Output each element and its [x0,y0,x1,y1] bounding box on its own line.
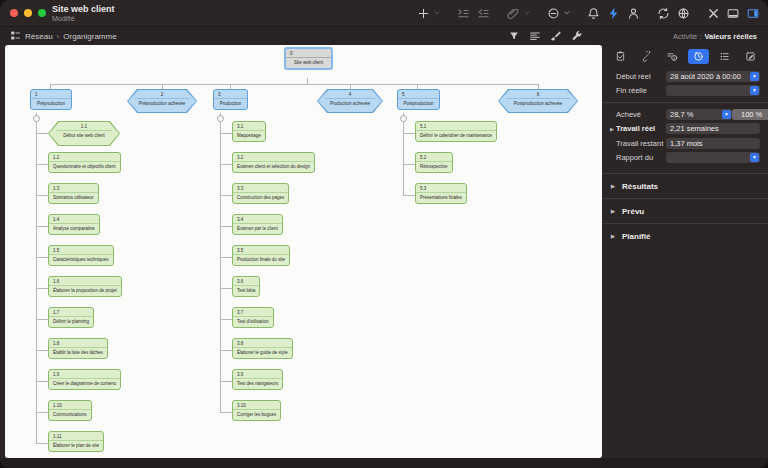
remaining-work-field[interactable]: 1,37 mois [666,138,760,149]
collapse-toggle[interactable] [400,115,407,122]
tab-columns[interactable] [714,49,735,64]
panel-right-icon[interactable] [744,4,762,22]
node-label: Site web client [286,58,331,68]
collapse-toggle[interactable] [33,115,40,122]
brush-icon[interactable] [550,28,562,46]
task-node[interactable]: 1.7 Définir le planning [48,307,94,328]
bell-icon[interactable] [584,4,602,22]
task-node[interactable]: 1.2 Questionnaire et objectifs client [48,152,121,173]
globe-icon[interactable] [674,4,692,22]
task-node[interactable]: 5.3 Présentations finales [415,183,467,204]
tools-icon[interactable] [704,4,722,22]
task-node[interactable]: 3.4 Examen par le client [232,214,283,235]
dropdown-button[interactable]: ▾ [750,72,759,81]
group-node[interactable]: 3 Production [213,89,248,110]
task-node[interactable]: 3.8 Élaborer le guide de style [232,338,293,359]
sync-icon[interactable] [654,4,672,22]
tab-actual-values[interactable] [688,49,709,64]
field-value: 28,7 % [670,110,693,119]
dropdown-button[interactable]: ▾ [750,86,759,95]
group-node[interactable]: 5 Postproduction [397,89,440,110]
add-icon[interactable] [414,4,432,22]
close-window-button[interactable] [10,9,18,17]
wrench-icon[interactable] [571,28,583,46]
chevron-down-icon[interactable] [562,4,572,22]
completed-field[interactable]: 28,7 %▾ [666,109,732,120]
task-node[interactable]: 3.6 Test bêta [232,276,260,297]
connector [36,381,48,382]
node-number: 4 [325,89,375,99]
panel-bottom-icon[interactable] [724,4,742,22]
minimize-window-button[interactable] [24,9,32,17]
disclosure-triangle[interactable]: ▶ [611,233,617,239]
task-node[interactable]: 1.10 Communications [48,400,92,421]
bolt-icon[interactable] [604,4,622,22]
tab-general[interactable] [610,49,631,64]
outdent-icon[interactable] [474,4,492,22]
task-node[interactable]: 1.4 Analyse comparative [48,214,100,235]
task-node[interactable]: 5.1 Définir le calendrier de maintenance [415,121,497,142]
node-label: Test bêta [233,286,259,296]
remove-circle-icon[interactable] [544,4,562,22]
field-row-completed: Achevé 28,7 %▾ 100 % [602,107,768,122]
node-number: 5 [398,90,439,99]
actual-work-field[interactable]: 2,21 semaines [666,123,760,134]
chevron-down-icon[interactable] [432,4,442,22]
project-root-node[interactable]: 0 Site web client [284,47,333,70]
tab-information[interactable] [662,49,683,64]
task-node[interactable]: 3.5 Production finale du site [232,245,290,266]
task-node[interactable]: 3.10 Corriger les bogues [232,400,281,421]
milestone-node[interactable]: 1.1 Début site web client [48,121,120,146]
connector [36,412,48,413]
milestone-node[interactable]: 2 Préproduction achevée [127,89,197,113]
breadcrumb-page[interactable]: Organigramme [63,32,116,41]
milestone-node[interactable]: 4 Production achevée [317,89,383,113]
actual-end-field[interactable]: ▾ [666,85,760,96]
actual-start-field[interactable]: 28 août 2020 à 00:00▾ [666,71,760,82]
tab-links[interactable] [636,49,657,64]
task-node[interactable]: 1.8 Établir la liste des tâches [48,338,108,359]
group-node[interactable]: 1 Préproduction [30,89,72,110]
task-node[interactable]: 5.2 Rétrospective [415,152,453,173]
disclosure-triangle[interactable]: ▶ [611,208,617,214]
node-number: 3.10 [233,401,280,410]
task-node[interactable]: 3.9 Test des navigateurs [232,369,283,390]
person-icon[interactable] [624,4,642,22]
section-scheduled[interactable]: ▶ Planifié [602,228,768,244]
task-node[interactable]: 3.7 Test d'utilisation [232,307,274,328]
section-results[interactable]: ▶ Résultats [602,178,768,194]
milestone-node[interactable]: 6 Postproduction achevée [498,89,578,113]
task-node[interactable]: 3.1 Maquettage [232,121,266,142]
org-chart-canvas[interactable]: 0 Site web client 1 Préproduction 2 Prép… [5,45,602,458]
indent-icon[interactable] [454,4,472,22]
node-label: Préproduction [31,99,71,109]
window-title: Site web client [52,4,115,14]
task-node[interactable]: 3.2 Examen client et sélection du design [232,152,315,173]
field-row-actual-work: ▶ Travail réel 2,21 semaines [602,122,768,137]
disclosure-triangle[interactable]: ▶ [611,183,617,189]
dropdown-button[interactable]: ▾ [722,110,731,119]
title-bar: Site web client Modifié [0,0,768,26]
task-node[interactable]: 1.3 Scénarios utilisateur [48,183,99,204]
filter-icon[interactable] [508,28,520,46]
tab-edit[interactable] [740,49,761,64]
task-node[interactable]: 1.5 Caractéristiques techniques [48,245,114,266]
style-lines-icon[interactable] [529,28,541,46]
status-date-field[interactable]: ▾ [666,152,760,163]
node-number: 1.6 [49,277,121,286]
task-node[interactable]: 1.9 Créer le diagramme de contenu [48,369,121,390]
zoom-window-button[interactable] [38,9,46,17]
breadcrumb-view[interactable]: Réseau [25,32,53,41]
task-node[interactable]: 1.6 Élaborer la proposition de projet [48,276,122,297]
chevron-down-icon[interactable] [522,4,532,22]
task-node[interactable]: 1.11 Élaborer le plan de site [48,431,104,452]
task-node[interactable]: 3.3 Construction des pages [232,183,289,204]
attach-icon[interactable] [504,4,522,22]
nav-bar: Réseau › Organigramme Activité : Valeurs… [0,26,768,46]
complete-100-button[interactable]: 100 % [732,109,768,120]
section-planned[interactable]: ▶ Prévu [602,203,768,219]
activity-value: Valeurs réelles [704,32,757,41]
field-label: Début réel [616,72,666,81]
dropdown-button[interactable]: ▾ [750,153,759,162]
collapse-toggle[interactable] [217,115,224,122]
